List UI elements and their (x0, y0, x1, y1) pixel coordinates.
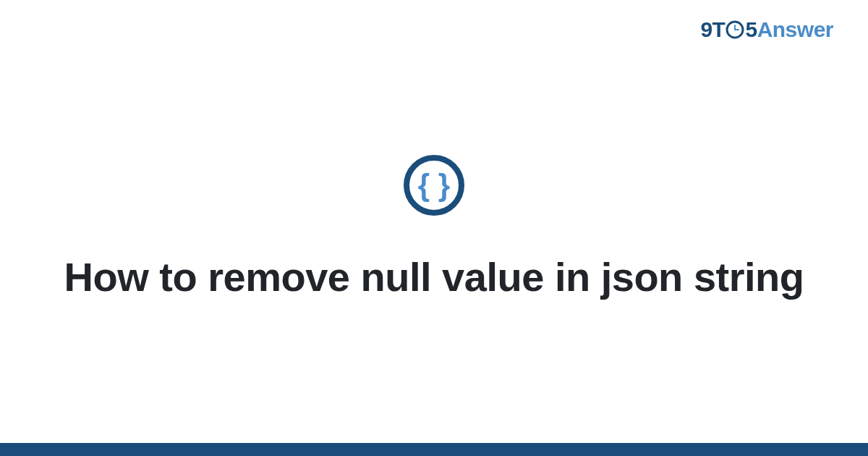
main-content: { } How to remove null value in json str… (0, 0, 868, 456)
logo-text-5: 5 (745, 17, 757, 41)
json-braces-icon: { } (402, 153, 466, 217)
svg-text:{ }: { } (418, 168, 450, 202)
site-logo[interactable]: 9T5Answer (700, 17, 833, 42)
page-title: How to remove null value in json string (64, 252, 804, 303)
site-header: 9T5Answer (700, 17, 833, 42)
logo-text-answer: Answer (757, 17, 833, 41)
topic-icon-container: { } (402, 153, 466, 217)
logo-clock-icon (725, 20, 745, 40)
footer-accent-bar (0, 443, 868, 456)
logo-text-9t: 9T (700, 17, 725, 41)
